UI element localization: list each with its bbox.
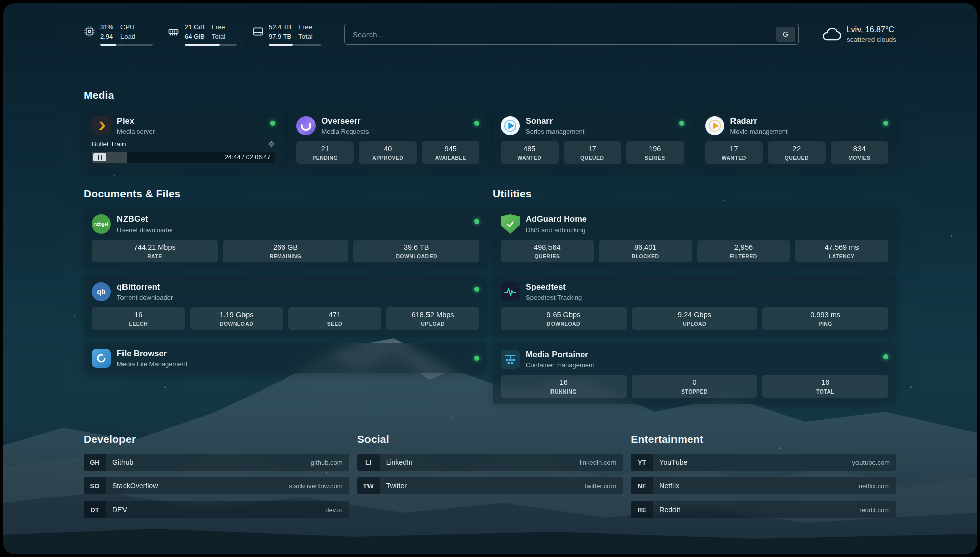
radarr-glyph xyxy=(707,118,722,133)
adguard-icon xyxy=(501,214,520,234)
service-header: Overseerr Media Requests xyxy=(296,116,480,135)
bookmark-github[interactable]: GH Github github.com xyxy=(84,454,349,471)
service-description: DNS and adblocking xyxy=(526,226,587,234)
memory-label-col: Free Total xyxy=(212,23,225,42)
bookmark-reddit[interactable]: RE Reddit reddit.com xyxy=(631,501,896,518)
utilities-stack: AdGuard Home DNS and adblocking 498,564Q… xyxy=(493,208,896,404)
bookmark-dev[interactable]: DT DEV dev.to xyxy=(84,501,349,518)
stat-value: 86,401 xyxy=(601,243,690,251)
service-description: Media File Management xyxy=(117,360,187,368)
disk-label-col: Free Total xyxy=(298,23,312,42)
disk-total-label: Total xyxy=(298,32,312,42)
service-card-qbittorrent[interactable]: qb qBittorrent Torrent downloader 16LEEC… xyxy=(84,275,487,337)
bookmark-stackoverflow[interactable]: SO StackOverflow stackoverflow.com xyxy=(84,477,349,494)
bookmark-name: Reddit xyxy=(659,506,680,514)
bookmark-abbr: DT xyxy=(84,501,106,518)
bookmark-netflix[interactable]: NF Netflix netflix.com xyxy=(631,477,896,494)
stat-value: 17 xyxy=(707,145,761,153)
service-header: nzbget NZBGet Usenet downloader xyxy=(92,214,479,234)
stat-value: 2,956 xyxy=(699,243,788,251)
stat-value: 9.65 Gbps xyxy=(503,311,625,319)
section-title-media: Media xyxy=(84,89,896,101)
service-stats: 498,564QUERIES 86,401BLOCKED 2,956FILTER… xyxy=(501,240,888,262)
bookmark-abbr: NF xyxy=(631,477,653,494)
section-documents: Documents & Files nzbget NZBGet Usenet d… xyxy=(84,188,487,373)
stat-label: RUNNING xyxy=(503,388,625,395)
service-card-nzbget[interactable]: nzbget NZBGet Usenet downloader 744.21 M… xyxy=(84,208,487,269)
search-input[interactable] xyxy=(352,30,776,39)
service-name: Media Portainer xyxy=(526,350,594,359)
service-header: Plex Media server xyxy=(92,116,275,135)
bookmark-youtube[interactable]: YT YouTube youtube.com xyxy=(631,454,896,471)
gear-icon[interactable]: ⚙ xyxy=(268,140,275,148)
stat-label: WANTED xyxy=(503,155,557,161)
memory-progress-fill xyxy=(185,44,220,46)
service-card-radarr[interactable]: Radarr Movie management 17WANTED 22QUEUE… xyxy=(697,109,897,171)
portainer-icon xyxy=(501,350,520,369)
bookmark-name: YouTube xyxy=(659,458,687,466)
nzbget-icon: nzbget xyxy=(92,214,111,234)
stat: 22QUEUED xyxy=(768,141,826,164)
bookmark-url: stackoverflow.com xyxy=(289,482,349,490)
qbittorrent-logo-text: qb xyxy=(97,288,105,296)
bookmark-url: reddit.com xyxy=(859,506,896,514)
bookmark-linkedin[interactable]: LI LinkedIn linkedin.com xyxy=(357,454,623,471)
stat-label: FILTERED xyxy=(699,253,788,259)
service-card-portainer[interactable]: Media Portainer Container management 16R… xyxy=(493,343,896,404)
bookmark-name: StackOverflow xyxy=(112,482,158,490)
bookmark-abbr: RE xyxy=(631,501,653,518)
stat-label: AVAILABLE xyxy=(424,155,478,161)
stat: 945AVAILABLE xyxy=(422,141,480,164)
service-card-speedtest[interactable]: Speedtest Speedtest Tracking 9.65 GbpsDO… xyxy=(493,275,896,337)
stat-label: STOPPED xyxy=(634,388,756,395)
stat-label: LATENCY xyxy=(797,253,886,259)
memory-icon xyxy=(168,26,179,37)
stat: 17QUEUED xyxy=(564,141,622,164)
stat-value: 266 GB xyxy=(225,243,347,251)
memory-value-col: 21 GiB 64 GiB xyxy=(185,23,205,42)
nzbget-logo-text: nzbget xyxy=(94,221,108,227)
portainer-glyph xyxy=(504,353,517,366)
service-stats: 16LEECH 1.19 GbpsDOWNLOAD 471SEED 618.52… xyxy=(92,307,479,330)
header-divider xyxy=(84,60,896,60)
content: 31% 2.94 CPU Load xyxy=(84,3,896,518)
plex-now-playing: Bullet Train ⚙ 24:44 / 02:06:47 xyxy=(92,140,275,163)
stat-label: REMAINING xyxy=(225,253,347,259)
now-playing-row: Bullet Train ⚙ xyxy=(92,140,275,148)
service-card-filebrowser[interactable]: File Browser Media File Management xyxy=(84,343,487,373)
cpu-values: 31% 2.94 CPU Load xyxy=(100,23,153,42)
stat-label: WANTED xyxy=(707,155,761,161)
service-card-overseerr[interactable]: Overseerr Media Requests 21PENDING 40APP… xyxy=(288,109,488,171)
service-card-plex[interactable]: Plex Media server Bullet Train ⚙ 24:44 / xyxy=(84,109,283,171)
memory-readout: 21 GiB 64 GiB Free Total xyxy=(185,23,237,46)
bookmark-abbr: YT xyxy=(631,454,653,471)
search-bar: G xyxy=(344,24,799,45)
service-name: AdGuard Home xyxy=(526,214,587,224)
service-header: File Browser Media File Management xyxy=(92,349,479,368)
stat: 0STOPPED xyxy=(632,375,758,398)
service-description: Media Requests xyxy=(322,128,369,135)
plex-progress-bar[interactable]: 24:44 / 02:06:47 xyxy=(92,152,275,163)
section-utilities: Utilities AdGuard Home DNS and adblockin… xyxy=(493,188,896,404)
bookmark-url: github.com xyxy=(311,459,349,466)
bookmark-name: Github xyxy=(112,458,133,466)
bookmark-group-entertainment: Entertainment YT YouTube youtube.com NF … xyxy=(631,433,896,518)
overseerr-glyph xyxy=(298,118,314,133)
search-provider-button[interactable]: G xyxy=(776,27,795,42)
service-titles: qBittorrent Torrent downloader xyxy=(117,282,173,301)
bookmark-url: youtube.com xyxy=(852,459,896,466)
disk-progress-bar xyxy=(269,44,321,46)
cpu-widget: 31% 2.94 CPU Load xyxy=(84,23,153,46)
service-card-sonarr[interactable]: Sonarr Series management 485WANTED 17QUE… xyxy=(493,109,692,171)
stat: 39.6 TBDOWNLOADED xyxy=(353,240,479,262)
service-header: AdGuard Home DNS and adblocking xyxy=(501,214,888,234)
bookmark-twitter[interactable]: TW Twitter twitter.com xyxy=(357,477,623,494)
disk-free-label: Free xyxy=(298,23,312,32)
service-card-adguard[interactable]: AdGuard Home DNS and adblocking 498,564Q… xyxy=(493,208,896,269)
service-description: Usenet downloader xyxy=(117,226,173,234)
stat-label: SEED xyxy=(290,321,380,327)
service-name: Speedtest xyxy=(526,282,582,291)
pause-button[interactable] xyxy=(93,153,106,161)
stat-label: DOWNLOADED xyxy=(355,253,477,259)
memory-free-label: Free xyxy=(212,23,225,32)
